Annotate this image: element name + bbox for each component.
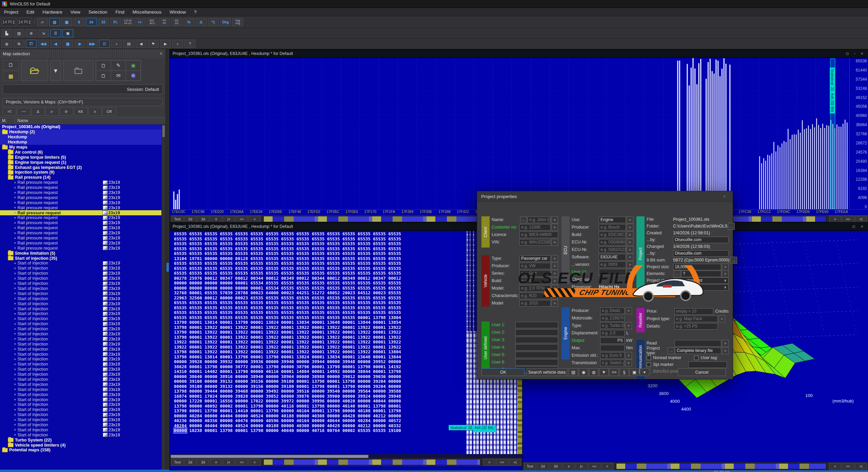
tree-item[interactable]: ✶Start of Injection23x19 — [0, 432, 161, 437]
menu-find[interactable]: Find — [111, 8, 128, 16]
menu-[interactable]: ? — [190, 8, 201, 16]
factor-button[interactable]: *1 — [208, 18, 219, 26]
view-≡-button[interactable]: ≡ — [563, 463, 575, 470]
hat-icon[interactable]: ◍ — [1, 40, 12, 48]
field-input[interactable] — [515, 352, 558, 358]
hex-row[interactable]: 00000 39108 00000 39132 00000 39156 0000… — [174, 379, 466, 384]
tree-item[interactable]: ✶Rail pressure request23x19 — [0, 200, 161, 205]
read-input[interactable] — [674, 340, 721, 347]
nav-fwd-button-2[interactable]: >| — [509, 459, 521, 466]
open-project-button[interactable]: 🗁 — [21, 60, 48, 81]
tree-item[interactable]: ✶Rail pressure request23x19 — [0, 245, 161, 251]
view-text-button[interactable]: Text — [524, 463, 536, 470]
field-select-button[interactable]: > — [551, 292, 558, 299]
hexcode-view-icon[interactable]: ▦ — [61, 18, 72, 26]
field-select-button[interactable]: > — [627, 261, 633, 268]
close-panel-icon[interactable]: ✕ — [159, 51, 163, 56]
hex-row[interactable]: 13798 00001 13814 00001 13798 00001 1382… — [174, 320, 466, 325]
hex-dec-button[interactable]: ¢22 9CC — [147, 18, 158, 26]
last-map-button[interactable]: ▶▶ — [87, 40, 98, 48]
hex-row[interactable]: 38628 00001 13798 00000 38772 00001 1379… — [174, 365, 466, 370]
delta-button[interactable]: Δ — [196, 18, 206, 26]
tree-item[interactable]: Hexdump — [0, 135, 161, 140]
column-name[interactable]: Name — [15, 118, 165, 123]
field-select-button[interactable]: > — [627, 246, 633, 253]
decimal-display-button[interactable]: 111 111 — [171, 18, 182, 26]
search-button[interactable]: ⌕ — [172, 40, 183, 48]
hex-row[interactable]: 13922 00001 13922 00001 13922 00001 1392… — [174, 340, 466, 345]
hex-row[interactable]: 13798 00001 13922 00001 13922 00001 1392… — [174, 330, 466, 335]
tree-item[interactable]: ✶Start of Injection23x19 — [0, 397, 161, 402]
nav-fwd-button-1[interactable]: >> — [842, 216, 854, 222]
view-3d-button[interactable]: 3d — [550, 463, 562, 470]
tree-item[interactable]: ✶Rail pressure request23x19 — [0, 205, 161, 210]
view-≡-button[interactable]: ≡ — [210, 216, 222, 222]
field-input[interactable] — [515, 322, 558, 328]
mail-button[interactable]: ✉ — [111, 71, 126, 81]
field-input[interactable] — [515, 344, 558, 351]
hex-row[interactable]: 65535 65535 65535 65535 65535 65535 6553… — [174, 315, 466, 320]
hex-row[interactable]: 13798 00000 40092 00002 00001 13798 0000… — [174, 404, 466, 409]
hex-row[interactable]: 65535 65535 65535 65535 65535 65535 6553… — [174, 271, 466, 276]
project-type-input[interactable]: Complete binary file — [675, 348, 721, 354]
field-select-button[interactable]: > — [625, 352, 632, 359]
tree-item[interactable]: ✶Start of Injection23x19 — [0, 362, 161, 367]
field-input[interactable] — [599, 269, 626, 275]
hex-row[interactable]: 13798 00001 13814 00001 13798 00001 1379… — [174, 355, 466, 360]
map-3d-view-icon[interactable]: ▥ — [49, 18, 60, 26]
hex-row[interactable]: 40236 00000 40356 00000 40476 00000 4059… — [174, 418, 466, 424]
skew-view-icon[interactable]: ▱ — [37, 18, 48, 26]
field-select-button[interactable]: > — [625, 322, 632, 329]
field-select-button[interactable]: > — [627, 216, 633, 223]
hex-row[interactable]: 00000 40284 00000 40404 00000 40524 0000… — [174, 414, 466, 419]
field-input[interactable]: e.g. Golf — [519, 270, 551, 277]
hex-row[interactable]: 00000 39928 00000 39932 00000 39936 0000… — [174, 359, 466, 365]
field-select-button[interactable]: > — [722, 270, 729, 277]
tree-item[interactable]: ✶Rail pressure request23x19 — [0, 185, 161, 190]
hex-row[interactable]: 14310 00001 14402 00001 13798 00000 4011… — [174, 369, 466, 374]
hex-row[interactable]: 13798 00001 13922 00001 13922 00001 1392… — [174, 335, 466, 340]
view-≡-button[interactable]: ≡ — [210, 459, 222, 466]
hex-row[interactable]: 65535 65535 65535 65535 65535 65535 6553… — [174, 306, 466, 311]
filter-button-4[interactable]: ⊪ — [60, 107, 73, 116]
tree-item[interactable]: Air control (6) — [0, 150, 161, 155]
filter-button-1[interactable]: ᵕᵕᵕ — [17, 107, 31, 116]
hex-row[interactable]: 65535 65535 65535 65535 65535 65535 6553… — [174, 310, 466, 315]
tree-item[interactable]: Turbo System (22) — [0, 437, 161, 442]
browse-button[interactable]: ... — [520, 216, 527, 223]
window-controls-icons[interactable]: ⊡ ✕ — [852, 224, 866, 229]
comment-icon[interactable]: ▼ — [599, 368, 609, 376]
field-input[interactable] — [515, 359, 558, 366]
field-select-button[interactable]: > — [551, 239, 558, 246]
add-version-button[interactable]: 🗋 — [96, 60, 111, 71]
field-input[interactable]: e.g. Map Pack — [674, 316, 718, 322]
field-select-button[interactable]: > — [718, 315, 725, 322]
field-input[interactable]: e.g. 2.0 TFSI — [519, 285, 551, 292]
tree-item[interactable]: ✶Rail pressure request23x19 — [0, 215, 161, 220]
sign-toggle-button[interactable]: +/- — [135, 18, 145, 26]
field-input[interactable]: e.g. EDC16C31 — [599, 232, 626, 238]
tree-view-button[interactable]: ☷ — [99, 40, 110, 48]
tree-item[interactable]: ✶Start of Injection23x19 — [0, 367, 161, 372]
tree-item[interactable]: Engine torque limiters (5) — [0, 155, 161, 160]
filter-button-0[interactable]: =ʕ — [3, 107, 16, 116]
hex-row[interactable]: 22963 32560 00012 00000 00023 65535 6553… — [174, 296, 466, 301]
byteorder-lohi-button[interactable]: LO HI HI LO — [122, 18, 133, 26]
tree-item[interactable]: Potential maps (158) — [0, 448, 161, 453]
field-input[interactable]: e.g. VW — [519, 263, 551, 269]
nav-fwd-button-0[interactable]: > — [483, 459, 495, 466]
menu-selection[interactable]: Selection — [84, 8, 112, 16]
dropdown-icon[interactable]: ▾ — [640, 368, 649, 376]
hex-row[interactable]: 65535 65535 65535 65535 65535 65535 6553… — [174, 300, 466, 306]
hexdump-values-area[interactable]: 65535 65535 65535 65535 65535 65535 6553… — [170, 231, 522, 454]
nav-fwd-button-2[interactable]: >| — [855, 463, 867, 470]
field-select-button[interactable]: > — [627, 224, 633, 231]
wizard-button[interactable]: ✎ — [111, 60, 126, 71]
tree-item[interactable]: Project_100361.ols (Original) — [0, 124, 161, 130]
field-input[interactable]: e.g. 6 — [519, 278, 551, 284]
hex-row[interactable]: 65535 65535 65535 65535 65535 65535 6553… — [174, 261, 466, 266]
font-size-spinner-1[interactable]: 14 Pt ▲▼ — [1, 18, 16, 26]
view-text-button[interactable]: Text — [171, 216, 183, 222]
tree-item[interactable]: ✶Start of Injection23x19 — [0, 261, 161, 266]
checksum-button[interactable]: ⚑ — [148, 40, 159, 48]
